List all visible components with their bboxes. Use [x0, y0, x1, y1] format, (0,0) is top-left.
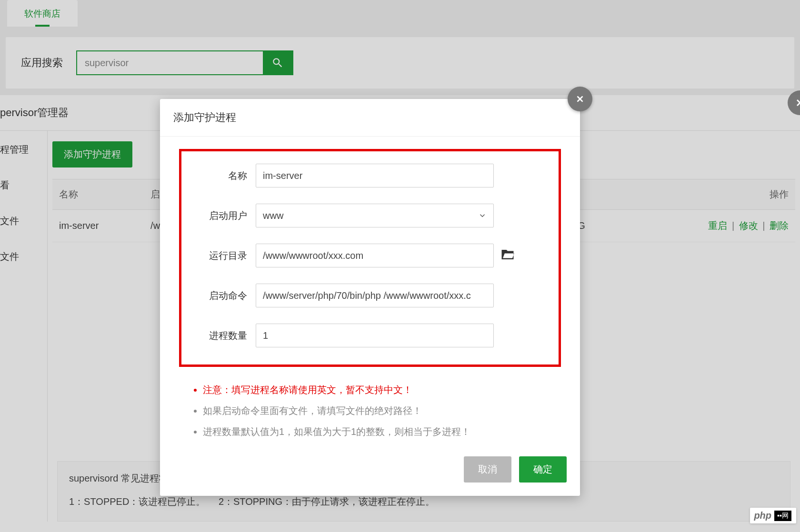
- row-count: 进程数量: [199, 324, 541, 347]
- label-cmd: 启动命令: [199, 289, 256, 302]
- input-count[interactable]: [256, 324, 494, 347]
- watermark-cn: ▪▪网: [774, 511, 791, 521]
- row-name: 名称: [199, 164, 541, 187]
- row-user: 启动用户 www: [199, 204, 541, 227]
- add-process-modal: 添加守护进程 名称 启动用户 www 运行目录 启: [160, 99, 580, 496]
- note-count: 进程数量默认值为1，如果值为大于1的整数，则相当于多进程！: [203, 421, 561, 442]
- input-cmd[interactable]: [256, 284, 494, 307]
- modal-close-button[interactable]: [568, 87, 592, 111]
- form-frame: 名称 启动用户 www 运行目录 启动命令: [179, 149, 561, 367]
- label-name: 名称: [199, 169, 256, 182]
- modal-footer: 取消 确定: [160, 447, 580, 496]
- watermark-php: php: [754, 510, 771, 521]
- close-icon: [794, 97, 800, 108]
- folder-icon: [500, 247, 515, 262]
- row-dir: 运行目录: [199, 244, 541, 267]
- note-warning: 注意：填写进程名称请使用英文，暂不支持中文！: [203, 379, 561, 400]
- chevron-down-icon: [478, 211, 487, 220]
- input-name[interactable]: [256, 164, 494, 187]
- label-user: 启动用户: [199, 209, 256, 222]
- ok-button[interactable]: 确定: [519, 456, 567, 483]
- cancel-button[interactable]: 取消: [464, 456, 511, 483]
- watermark: php ▪▪网: [750, 508, 796, 523]
- select-user[interactable]: www: [256, 204, 494, 227]
- input-dir[interactable]: [256, 244, 494, 267]
- note-path: 如果启动命令里面有文件，请填写文件的绝对路径！: [203, 400, 561, 421]
- modal-title: 添加守护进程: [160, 99, 580, 137]
- label-count: 进程数量: [199, 329, 256, 342]
- close-icon: [575, 94, 585, 104]
- label-dir: 运行目录: [199, 249, 256, 262]
- notes-list: 注意：填写进程名称请使用英文，暂不支持中文！ 如果启动命令里面有文件，请填写文件…: [179, 379, 561, 442]
- browse-folder-button[interactable]: [500, 247, 515, 264]
- row-cmd: 启动命令: [199, 284, 541, 307]
- select-user-value: www: [263, 210, 283, 221]
